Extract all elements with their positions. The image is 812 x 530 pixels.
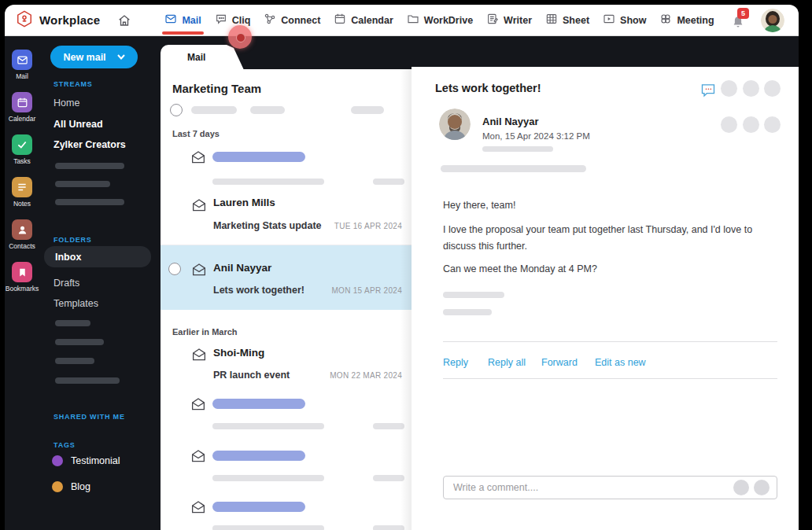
sidebar-item-inbox[interactable]: Inbox (44, 246, 151, 267)
brand-name: Workplace (39, 13, 100, 27)
comment-box (443, 476, 777, 499)
row-checkbox[interactable] (168, 263, 181, 275)
reading-pane: Lets work together! Anil Nayyar Mon, 15 … (412, 67, 799, 530)
sidebar-item-drafts[interactable]: Drafts (54, 278, 79, 289)
nav-meeting[interactable]: Meeting (659, 5, 714, 36)
toolbar-action-circle[interactable] (764, 80, 781, 97)
skeleton-bar (373, 179, 404, 185)
toolbar-action-circle[interactable] (743, 80, 759, 97)
skeleton-bar (373, 525, 404, 530)
app-rail: Mail Calendar Tasks Notes (5, 36, 39, 530)
contacts-app-icon (12, 219, 32, 240)
rail-item-mail[interactable]: Mail (5, 50, 39, 80)
chevron-down-icon (117, 54, 125, 60)
message-action-circle[interactable] (743, 116, 759, 133)
nav-workdrive[interactable]: WorkDrive (407, 5, 473, 36)
notifications-button[interactable]: 5 (731, 11, 748, 30)
nav-sheet[interactable]: Sheet (545, 5, 589, 36)
rail-item-contacts[interactable]: Contacts (5, 219, 39, 250)
topbar-right: 5 (731, 9, 799, 32)
sidebar-item-home[interactable]: Home (54, 98, 79, 109)
skeleton-bar (191, 106, 237, 114)
sender-avatar (439, 109, 471, 140)
skeleton-bar (212, 451, 305, 461)
skeleton-bar (55, 181, 110, 187)
calendar-app-icon (12, 92, 32, 112)
nav-calendar[interactable]: Calendar (334, 5, 393, 36)
tags-section-label: TAGS (54, 441, 76, 449)
notes-app-icon (12, 177, 32, 197)
reply-all-link[interactable]: Reply all (488, 357, 526, 368)
comment-input[interactable] (453, 477, 713, 499)
skeleton-bar (212, 475, 324, 481)
streams-section-label: STREAMS (54, 80, 93, 88)
select-all-checkbox[interactable] (170, 104, 183, 116)
nav-writer[interactable]: Writer (486, 5, 532, 36)
sender-name: Anil Nayyar (482, 116, 539, 127)
open-envelope-icon (190, 150, 206, 164)
app-window: Workplace Mail (5, 5, 799, 530)
toolbar-action-circle[interactable] (721, 80, 737, 97)
body-paragraph: Hey there, team! (443, 197, 766, 214)
skeleton-bar (55, 320, 90, 326)
comment-action-circle[interactable] (733, 480, 749, 495)
tag-color-dot (52, 455, 63, 466)
sheet-icon (545, 13, 558, 28)
mail-sidebar: New mail STREAMS Home All Unread Zylker … (39, 36, 161, 530)
nav-mail[interactable]: Mail (164, 5, 201, 36)
open-envelope-icon (190, 500, 206, 514)
new-mail-button[interactable]: New mail (50, 46, 138, 68)
open-envelope-icon (191, 263, 207, 277)
open-envelope-icon (190, 397, 206, 411)
notification-badge: 5 (737, 8, 749, 19)
sidebar-item-all-unread[interactable]: All Unread (54, 119, 103, 130)
rail-item-notes[interactable]: Notes (5, 177, 39, 208)
divider (443, 378, 777, 379)
rail-item-calendar[interactable]: Calendar (5, 92, 39, 123)
topbar: Workplace Mail (5, 5, 799, 36)
skeleton-bar (373, 423, 404, 429)
skeleton-bar (55, 199, 124, 205)
comments-icon[interactable] (700, 83, 716, 101)
skeleton-bar (443, 309, 492, 315)
group-label-recent: Last 7 days (172, 129, 220, 138)
tab-mail[interactable]: Mail (161, 45, 244, 70)
skeleton-bar (212, 423, 324, 429)
nav-connect[interactable]: Connect (264, 5, 320, 36)
screen: Workplace Mail (0, 0, 812, 530)
skeleton-bar (441, 165, 586, 172)
calendar-icon (334, 13, 346, 28)
message-action-circle[interactable] (721, 116, 737, 133)
skeleton-bar (212, 152, 305, 162)
skeleton-bar (443, 292, 504, 298)
skeleton-bar (55, 339, 104, 345)
sidebar-item-zylker-creators[interactable]: Zylker Creators (54, 139, 126, 150)
divider (443, 341, 777, 342)
bookmarks-app-icon (12, 262, 32, 282)
writer-icon (486, 13, 499, 28)
home-button[interactable] (117, 13, 131, 28)
show-icon (603, 13, 615, 28)
reply-link[interactable]: Reply (443, 357, 468, 368)
workplace-logo-icon (16, 10, 33, 31)
folders-section-label: FOLDERS (54, 236, 92, 244)
forward-link[interactable]: Forward (541, 357, 578, 368)
nav-show[interactable]: Show (603, 5, 646, 36)
mail-row-anil-nayyar-selected[interactable]: Anil Nayyar Lets work together! MON 15 A… (161, 245, 412, 310)
skeleton-bar (212, 399, 305, 409)
open-envelope-icon (190, 449, 206, 463)
skeleton-bar (212, 525, 324, 530)
skeleton-bar (55, 358, 94, 364)
brand[interactable]: Workplace (16, 10, 100, 31)
rail-item-tasks[interactable]: Tasks (5, 134, 39, 165)
tasks-app-icon (12, 134, 32, 155)
mail-app-icon (12, 50, 32, 70)
user-avatar[interactable] (761, 9, 784, 32)
rail-item-bookmarks[interactable]: Bookmarks (5, 262, 39, 293)
edit-as-new-link[interactable]: Edit as new (595, 357, 646, 368)
comment-action-circle[interactable] (754, 480, 770, 495)
sidebar-item-templates[interactable]: Templates (54, 298, 98, 309)
shared-section-label: SHARED WITH ME (54, 413, 125, 421)
message-action-circle[interactable] (764, 116, 781, 133)
skeleton-bar (351, 106, 384, 114)
